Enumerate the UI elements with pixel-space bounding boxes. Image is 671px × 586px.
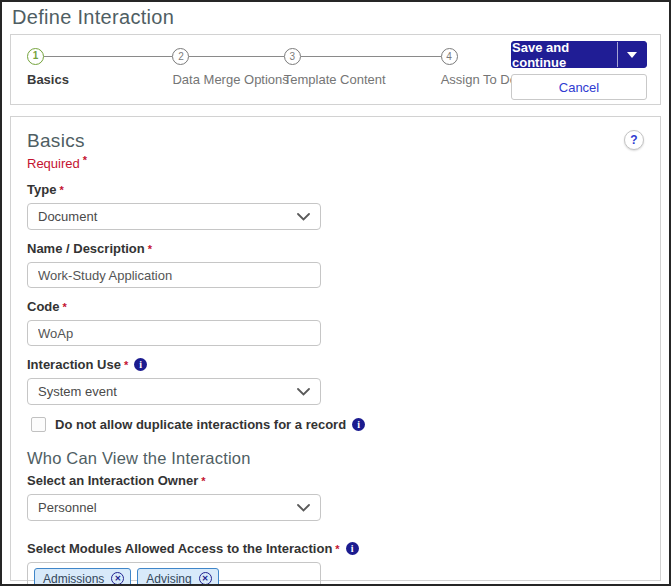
page-title: Define Interaction	[12, 6, 669, 29]
action-buttons: Save and continue Cancel	[511, 41, 647, 100]
interaction-owner-select[interactable]: Personnel	[27, 494, 321, 521]
info-icon[interactable]: i	[346, 542, 359, 555]
help-icon[interactable]: ?	[624, 130, 644, 150]
step-connector	[189, 56, 283, 57]
duplicate-checkbox-label: Do not allow duplicate interactions for …	[55, 417, 365, 432]
interaction-owner-label: Select an Interaction Owner*	[27, 473, 644, 488]
chevron-down-icon	[297, 213, 310, 221]
interaction-use-label: Interaction Use* i	[27, 357, 644, 372]
step-connector	[301, 56, 441, 57]
step-2-circle: 2	[172, 48, 189, 65]
code-label: Code*	[27, 299, 644, 314]
duplicate-checkbox[interactable]	[31, 417, 46, 432]
step-2-label: Data Merge Options	[172, 72, 283, 87]
interaction-owner-select-value: Personnel	[38, 500, 97, 515]
module-tag-admissions: Admissions ✕	[34, 568, 131, 586]
basics-section-card: Basics ? Required* Type* Document Name /…	[10, 116, 661, 581]
section-title: Basics	[27, 130, 85, 152]
required-asterisk: *	[335, 543, 339, 555]
remove-tag-icon[interactable]: ✕	[199, 572, 212, 585]
who-can-view-title: Who Can View the Interaction	[27, 449, 644, 468]
step-template-content[interactable]: 3 Template Content	[284, 48, 441, 87]
modules-tag-input[interactable]: Admissions ✕ Advising ✕ Development ✕ St…	[27, 562, 321, 586]
required-asterisk: *	[201, 475, 205, 487]
chevron-down-icon	[297, 504, 310, 512]
step-assign-to-do[interactable]: 4 Assign To Do	[441, 48, 517, 87]
code-input[interactable]	[27, 320, 321, 346]
info-icon[interactable]: i	[134, 358, 147, 371]
interaction-use-select-value: System event	[38, 384, 117, 399]
wizard-header-card: 1 Basics 2 Data Merge Options 3 Template…	[10, 34, 661, 105]
required-asterisk: *	[59, 184, 63, 196]
name-description-input[interactable]	[27, 262, 321, 288]
required-asterisk: *	[63, 301, 67, 313]
required-asterisk: *	[148, 243, 152, 255]
type-select-value: Document	[38, 209, 97, 224]
info-icon[interactable]: i	[352, 418, 365, 431]
duplicate-checkbox-row: Do not allow duplicate interactions for …	[31, 417, 644, 432]
required-asterisk: *	[83, 154, 87, 166]
step-3-label: Template Content	[284, 72, 441, 87]
step-basics[interactable]: 1 Basics	[27, 48, 172, 87]
required-note: Required*	[27, 154, 644, 171]
wizard-stepper: 1 Basics 2 Data Merge Options 3 Template…	[27, 48, 517, 87]
save-and-continue-button[interactable]: Save and continue	[511, 41, 647, 68]
required-asterisk: *	[124, 359, 128, 371]
step-connector	[44, 56, 172, 57]
save-and-continue-label[interactable]: Save and continue	[512, 42, 617, 67]
step-4-circle: 4	[441, 48, 458, 65]
chevron-down-icon	[297, 388, 310, 396]
type-label: Type*	[27, 182, 644, 197]
remove-tag-icon[interactable]: ✕	[111, 572, 124, 585]
interaction-use-select[interactable]: System event	[27, 378, 321, 405]
step-4-label: Assign To Do	[441, 72, 517, 87]
save-options-dropdown-button[interactable]	[617, 42, 646, 67]
step-3-circle: 3	[284, 48, 301, 65]
modules-label: Select Modules Allowed Access to the Int…	[27, 541, 644, 556]
caret-down-icon	[627, 52, 637, 58]
step-1-label: Basics	[27, 72, 172, 87]
type-select[interactable]: Document	[27, 203, 321, 230]
step-data-merge-options[interactable]: 2 Data Merge Options	[172, 48, 283, 87]
name-description-label: Name / Description*	[27, 241, 644, 256]
cancel-button[interactable]: Cancel	[511, 74, 647, 100]
define-interaction-page: Define Interaction 1 Basics 2 Data Merge…	[0, 0, 671, 586]
step-1-circle: 1	[27, 48, 44, 65]
module-tag-advising: Advising ✕	[137, 568, 218, 586]
